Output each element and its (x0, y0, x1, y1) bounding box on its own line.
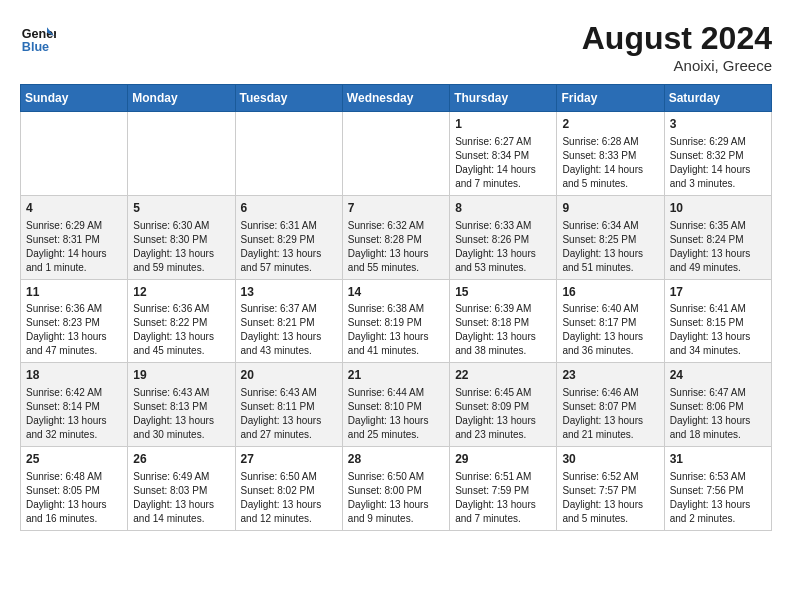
sunset-text: Sunset: 8:00 PM (348, 485, 422, 496)
daylight-text: Daylight: 14 hours and 1 minute. (26, 248, 107, 273)
daylight-text: Daylight: 13 hours and 2 minutes. (670, 499, 751, 524)
sunrise-text: Sunrise: 6:51 AM (455, 471, 531, 482)
day-cell: 3Sunrise: 6:29 AMSunset: 8:32 PMDaylight… (664, 112, 771, 196)
sunrise-text: Sunrise: 6:53 AM (670, 471, 746, 482)
sunrise-text: Sunrise: 6:27 AM (455, 136, 531, 147)
day-cell: 23Sunrise: 6:46 AMSunset: 8:07 PMDayligh… (557, 363, 664, 447)
day-number: 1 (455, 116, 551, 133)
day-number: 18 (26, 367, 122, 384)
day-number: 22 (455, 367, 551, 384)
sunset-text: Sunset: 7:56 PM (670, 485, 744, 496)
day-number: 6 (241, 200, 337, 217)
day-number: 10 (670, 200, 766, 217)
sunset-text: Sunset: 7:59 PM (455, 485, 529, 496)
col-header-wednesday: Wednesday (342, 85, 449, 112)
daylight-text: Daylight: 14 hours and 7 minutes. (455, 164, 536, 189)
sunset-text: Sunset: 8:18 PM (455, 317, 529, 328)
sunset-text: Sunset: 8:22 PM (133, 317, 207, 328)
header-row: SundayMondayTuesdayWednesdayThursdayFrid… (21, 85, 772, 112)
sunrise-text: Sunrise: 6:34 AM (562, 220, 638, 231)
daylight-text: Daylight: 13 hours and 34 minutes. (670, 331, 751, 356)
day-cell: 6Sunrise: 6:31 AMSunset: 8:29 PMDaylight… (235, 195, 342, 279)
day-number: 13 (241, 284, 337, 301)
sunset-text: Sunset: 8:02 PM (241, 485, 315, 496)
day-number: 9 (562, 200, 658, 217)
day-cell: 5Sunrise: 6:30 AMSunset: 8:30 PMDaylight… (128, 195, 235, 279)
day-number: 31 (670, 451, 766, 468)
daylight-text: Daylight: 14 hours and 5 minutes. (562, 164, 643, 189)
daylight-text: Daylight: 13 hours and 49 minutes. (670, 248, 751, 273)
sunrise-text: Sunrise: 6:37 AM (241, 303, 317, 314)
sunset-text: Sunset: 8:23 PM (26, 317, 100, 328)
sunrise-text: Sunrise: 6:33 AM (455, 220, 531, 231)
day-cell: 7Sunrise: 6:32 AMSunset: 8:28 PMDaylight… (342, 195, 449, 279)
sunset-text: Sunset: 8:03 PM (133, 485, 207, 496)
daylight-text: Daylight: 13 hours and 32 minutes. (26, 415, 107, 440)
day-cell: 13Sunrise: 6:37 AMSunset: 8:21 PMDayligh… (235, 279, 342, 363)
day-cell (342, 112, 449, 196)
sunrise-text: Sunrise: 6:43 AM (133, 387, 209, 398)
day-cell: 25Sunrise: 6:48 AMSunset: 8:05 PMDayligh… (21, 447, 128, 531)
col-header-tuesday: Tuesday (235, 85, 342, 112)
sunset-text: Sunset: 8:32 PM (670, 150, 744, 161)
day-cell: 4Sunrise: 6:29 AMSunset: 8:31 PMDaylight… (21, 195, 128, 279)
day-number: 3 (670, 116, 766, 133)
day-cell: 11Sunrise: 6:36 AMSunset: 8:23 PMDayligh… (21, 279, 128, 363)
sunset-text: Sunset: 8:15 PM (670, 317, 744, 328)
sunset-text: Sunset: 8:33 PM (562, 150, 636, 161)
sunrise-text: Sunrise: 6:30 AM (133, 220, 209, 231)
day-cell: 29Sunrise: 6:51 AMSunset: 7:59 PMDayligh… (450, 447, 557, 531)
day-number: 8 (455, 200, 551, 217)
day-number: 23 (562, 367, 658, 384)
daylight-text: Daylight: 13 hours and 27 minutes. (241, 415, 322, 440)
day-cell: 18Sunrise: 6:42 AMSunset: 8:14 PMDayligh… (21, 363, 128, 447)
day-number: 26 (133, 451, 229, 468)
day-cell: 9Sunrise: 6:34 AMSunset: 8:25 PMDaylight… (557, 195, 664, 279)
sunset-text: Sunset: 8:07 PM (562, 401, 636, 412)
sunset-text: Sunset: 8:28 PM (348, 234, 422, 245)
daylight-text: Daylight: 13 hours and 38 minutes. (455, 331, 536, 356)
week-row-2: 4Sunrise: 6:29 AMSunset: 8:31 PMDaylight… (21, 195, 772, 279)
sunset-text: Sunset: 8:17 PM (562, 317, 636, 328)
sunset-text: Sunset: 8:25 PM (562, 234, 636, 245)
week-row-5: 25Sunrise: 6:48 AMSunset: 8:05 PMDayligh… (21, 447, 772, 531)
sunset-text: Sunset: 8:09 PM (455, 401, 529, 412)
col-header-saturday: Saturday (664, 85, 771, 112)
daylight-text: Daylight: 13 hours and 18 minutes. (670, 415, 751, 440)
sunrise-text: Sunrise: 6:35 AM (670, 220, 746, 231)
day-number: 15 (455, 284, 551, 301)
day-number: 11 (26, 284, 122, 301)
sunset-text: Sunset: 8:34 PM (455, 150, 529, 161)
day-number: 25 (26, 451, 122, 468)
day-number: 5 (133, 200, 229, 217)
svg-text:Blue: Blue (22, 40, 49, 54)
col-header-monday: Monday (128, 85, 235, 112)
day-cell: 27Sunrise: 6:50 AMSunset: 8:02 PMDayligh… (235, 447, 342, 531)
sunrise-text: Sunrise: 6:32 AM (348, 220, 424, 231)
month-year: August 2024 (582, 20, 772, 57)
sunrise-text: Sunrise: 6:43 AM (241, 387, 317, 398)
sunset-text: Sunset: 8:05 PM (26, 485, 100, 496)
day-number: 14 (348, 284, 444, 301)
daylight-text: Daylight: 13 hours and 59 minutes. (133, 248, 214, 273)
day-cell: 2Sunrise: 6:28 AMSunset: 8:33 PMDaylight… (557, 112, 664, 196)
day-cell: 8Sunrise: 6:33 AMSunset: 8:26 PMDaylight… (450, 195, 557, 279)
day-cell (235, 112, 342, 196)
sunrise-text: Sunrise: 6:28 AM (562, 136, 638, 147)
sunrise-text: Sunrise: 6:44 AM (348, 387, 424, 398)
sunrise-text: Sunrise: 6:38 AM (348, 303, 424, 314)
day-cell: 12Sunrise: 6:36 AMSunset: 8:22 PMDayligh… (128, 279, 235, 363)
day-cell: 19Sunrise: 6:43 AMSunset: 8:13 PMDayligh… (128, 363, 235, 447)
week-row-1: 1Sunrise: 6:27 AMSunset: 8:34 PMDaylight… (21, 112, 772, 196)
day-number: 4 (26, 200, 122, 217)
daylight-text: Daylight: 13 hours and 43 minutes. (241, 331, 322, 356)
daylight-text: Daylight: 13 hours and 36 minutes. (562, 331, 643, 356)
daylight-text: Daylight: 13 hours and 21 minutes. (562, 415, 643, 440)
day-number: 30 (562, 451, 658, 468)
sunrise-text: Sunrise: 6:46 AM (562, 387, 638, 398)
day-number: 19 (133, 367, 229, 384)
logo-icon: General Blue (20, 20, 56, 56)
sunset-text: Sunset: 8:19 PM (348, 317, 422, 328)
col-header-friday: Friday (557, 85, 664, 112)
day-number: 20 (241, 367, 337, 384)
